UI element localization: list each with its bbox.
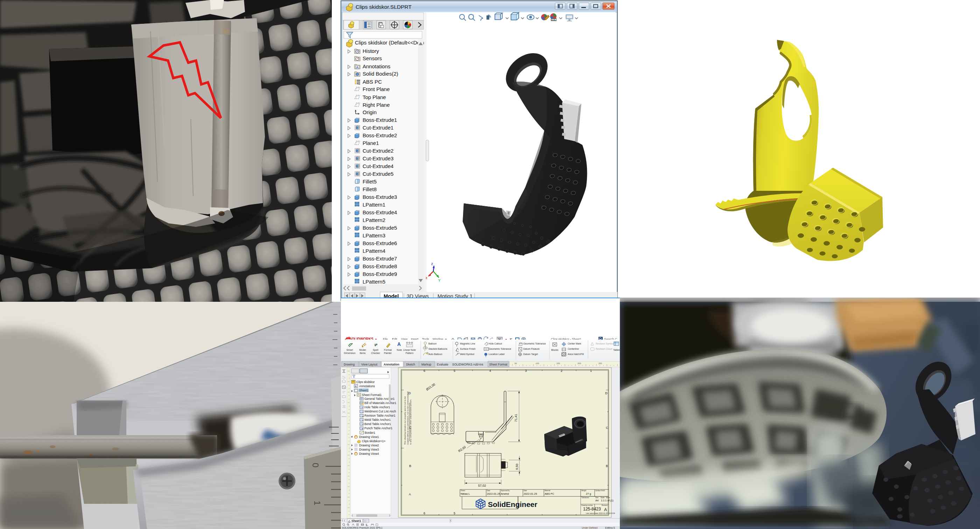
svg-text:Weight: Weight <box>581 490 587 492</box>
svg-text:Geometric Tolerance: Geometric Tolerance <box>488 347 511 350</box>
svg-text:Drawn: Drawn <box>461 490 466 492</box>
svg-text:Boss-Extrude5: Boss-Extrude5 <box>363 225 397 231</box>
svg-text:B: B <box>606 464 608 468</box>
svg-text:A4: A4 <box>595 499 598 502</box>
svg-text:LPattern5: LPattern5 <box>363 279 385 285</box>
svg-text:A: A <box>409 492 411 496</box>
svg-text:2022-01-25: 2022-01-25 <box>487 492 500 496</box>
svg-text:Surface finish: Surface finish <box>595 490 605 492</box>
svg-text:Clips skidskor.SLDPRT: Clips skidskor.SLDPRT <box>356 4 412 10</box>
svg-text:50: 50 <box>514 362 517 365</box>
svg-text:View Layout: View Layout <box>361 363 378 366</box>
svg-text:1:1: 1:1 <box>601 499 605 502</box>
svg-text:Approved by: Approved by <box>501 490 510 492</box>
svg-text:Boss-Extrude9: Boss-Extrude9 <box>363 271 397 277</box>
svg-text:Center Mark: Center Mark <box>568 343 581 345</box>
svg-text:Boss-Extrude2: Boss-Extrude2 <box>363 132 397 138</box>
svg-text:4: 4 <box>489 369 491 373</box>
svg-text:Revision: Revision <box>601 505 608 506</box>
svg-text:Fillet5: Fillet5 <box>363 178 377 185</box>
svg-text:Scale: Scale <box>601 497 605 499</box>
svg-text:Drawing View3: Drawing View3 <box>359 448 379 451</box>
svg-text:9,50: 9,50 <box>515 464 519 470</box>
svg-text:Fillet8: Fillet8 <box>363 186 377 192</box>
svg-text:Boss-Extrude8: Boss-Extrude8 <box>363 263 397 269</box>
svg-text:Boss-Extrude7: Boss-Extrude7 <box>363 256 397 261</box>
svg-text:Blocks: Blocks <box>551 349 558 351</box>
svg-text:250: 250 <box>598 362 602 365</box>
svg-text:Balloon: Balloon <box>428 343 436 345</box>
svg-text:Annotation: Annotation <box>383 363 399 366</box>
svg-text:Markup: Markup <box>422 363 431 366</box>
svg-text:Note: Note <box>397 349 402 351</box>
svg-text:ABS PC: ABS PC <box>363 79 382 85</box>
svg-text:A: A <box>397 341 401 347</box>
svg-text:2022-01-25: 2022-01-25 <box>523 492 537 496</box>
svg-text:Punch Table Anchor1: Punch Table Anchor1 <box>364 426 392 430</box>
svg-text:Datum Feature: Datum Feature <box>523 347 540 350</box>
svg-text:This drawing remains our prope: This drawing remains our property and is… <box>404 396 406 445</box>
svg-text:27 g: 27 g <box>586 492 591 496</box>
svg-text:Cut-Extrude1: Cut-Extrude1 <box>363 124 393 131</box>
svg-text:Linear Note: Linear Note <box>403 349 416 351</box>
svg-text:Drawing View2: Drawing View2 <box>359 444 379 447</box>
svg-text:Format: Format <box>384 349 391 351</box>
svg-text:Boss-Extrude1: Boss-Extrude1 <box>363 117 397 123</box>
svg-text:Revision Cloud: Revision Cloud <box>596 347 612 350</box>
svg-text:5: 5 <box>453 369 455 373</box>
svg-text:C: C <box>606 426 608 430</box>
svg-text:Right Plane: Right Plane <box>363 102 390 108</box>
svg-text:Drawing View4: Drawing View4 <box>359 452 379 456</box>
svg-text:SOLIDWORKS Premium 2021 SP5.1: SOLIDWORKS Premium 2021 SP5.1 <box>342 527 383 529</box>
svg-text:LPattern2: LPattern2 <box>363 217 385 223</box>
svg-text:Sheet: Sheet <box>606 497 610 499</box>
svg-text:1 of (1): 1 of (1) <box>605 499 614 502</box>
svg-text:Sheet1: Sheet1 <box>359 389 369 392</box>
svg-text:ABS PC: ABS PC <box>545 492 554 496</box>
svg-text:Location Label: Location Label <box>488 353 505 355</box>
svg-text:Bend Table Anchor1: Bend Table Anchor1 <box>364 422 391 426</box>
svg-text:D: D <box>605 391 608 395</box>
svg-text:Cut-Extrude3: Cut-Extrude3 <box>363 155 393 161</box>
svg-text:1: 1 <box>313 500 322 505</box>
svg-text:Y: Y <box>438 279 441 282</box>
svg-text:Drawing number: Drawing number <box>581 505 593 506</box>
svg-text:Model: Model <box>359 349 366 351</box>
svg-text:Annotations: Annotations <box>363 64 390 69</box>
svg-text:Material: Material <box>545 490 550 492</box>
svg-text:B: B <box>409 464 411 468</box>
svg-text:A: A <box>355 385 356 387</box>
svg-text:3: 3 <box>525 369 527 373</box>
svg-text:Last saved date 2022-01-25 14:: Last saved date 2022-01-25 14:03:04 <box>586 512 615 514</box>
svg-text:LPattern1: LPattern1 <box>363 202 385 208</box>
svg-text:Pattern: Pattern <box>406 352 414 354</box>
svg-text:Date: Date <box>523 490 527 492</box>
svg-text:D: D <box>409 391 411 395</box>
svg-text:0: 0 <box>311 463 320 467</box>
svg-text:Tables: Tables <box>613 349 620 351</box>
svg-text:Plane1: Plane1 <box>363 140 379 146</box>
svg-text:1: 1 <box>590 369 592 373</box>
svg-text:Origin: Origin <box>363 109 377 115</box>
svg-text:Weld Table Anchor1: Weld Table Anchor1 <box>364 418 391 422</box>
svg-text:Hole Table Anchor1: Hole Table Anchor1 <box>364 405 390 409</box>
svg-text:Tolerances: Tolerances <box>581 497 589 499</box>
svg-text:Cut-Extrude4: Cut-Extrude4 <box>363 163 393 169</box>
svg-text:Clips skidskor<1>: Clips skidskor<1> <box>362 440 385 443</box>
svg-text:200: 200 <box>578 362 581 365</box>
svg-text:Clips skidskor: Clips skidskor <box>356 380 375 384</box>
svg-text:6: 6 <box>423 511 425 515</box>
svg-text:100: 100 <box>536 362 539 365</box>
svg-text:Area Hatch/Fill: Area Hatch/Fill <box>568 353 584 355</box>
svg-text:Cut-Extrude5: Cut-Extrude5 <box>363 171 393 177</box>
svg-text:Solid Bodies(2): Solid Bodies(2) <box>363 71 398 76</box>
svg-text:ab: ab <box>374 343 378 346</box>
svg-text:Date: Date <box>487 490 490 492</box>
svg-text:Niklas L: Niklas L <box>461 492 470 496</box>
svg-text:Sketch: Sketch <box>406 363 415 366</box>
svg-text:Stacked Balloons: Stacked Balloons <box>428 347 448 350</box>
svg-text:Surface Finish: Surface Finish <box>460 347 476 350</box>
svg-text:SOLIDWORKS Add-Ins: SOLIDWORKS Add-Ins <box>452 363 484 366</box>
svg-text:Drawing: Drawing <box>344 363 355 366</box>
svg-text:Checker: Checker <box>371 352 380 354</box>
